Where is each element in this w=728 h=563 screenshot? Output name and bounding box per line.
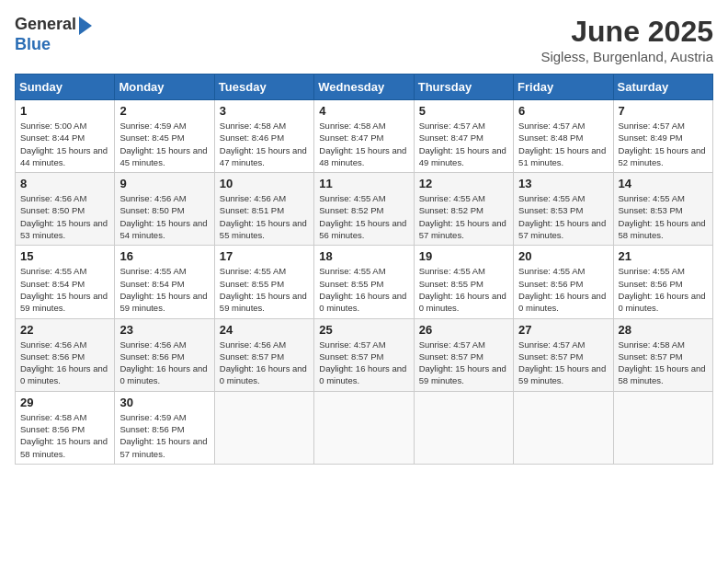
day-sun-info: Sunrise: 4:59 AMSunset: 8:45 PMDaylight:… <box>119 120 209 168</box>
day-sun-info: Sunrise: 4:59 AMSunset: 8:56 PMDaylight:… <box>119 411 209 460</box>
calendar-day-cell: 1Sunrise: 5:00 AMSunset: 8:44 PMDaylight… <box>16 100 115 173</box>
day-sun-info: Sunrise: 4:56 AMSunset: 8:56 PMDaylight:… <box>20 339 109 387</box>
day-sun-info: Sunrise: 4:57 AMSunset: 8:48 PMDaylight:… <box>518 120 608 168</box>
day-sun-info: Sunrise: 4:58 AMSunset: 8:47 PMDaylight:… <box>319 120 408 168</box>
page-header: General Blue June 2025 Sigless, Burgenla… <box>15 15 713 64</box>
calendar-day-cell: 28Sunrise: 4:58 AMSunset: 8:57 PMDayligh… <box>613 318 712 391</box>
calendar-day-cell: 14Sunrise: 4:55 AMSunset: 8:53 PMDayligh… <box>613 173 712 246</box>
day-number: 19 <box>419 249 508 263</box>
calendar-day-cell <box>613 391 712 464</box>
calendar-day-cell: 17Sunrise: 4:55 AMSunset: 8:55 PMDayligh… <box>214 246 313 318</box>
calendar-day-cell: 24Sunrise: 4:56 AMSunset: 8:57 PMDayligh… <box>214 318 313 391</box>
day-number: 22 <box>20 323 109 337</box>
calendar-week-row: 1Sunrise: 5:00 AMSunset: 8:44 PMDaylight… <box>16 100 713 173</box>
location-subtitle: Sigless, Burgenland, Austria <box>540 49 713 64</box>
calendar-week-row: 15Sunrise: 4:55 AMSunset: 8:54 PMDayligh… <box>16 246 713 318</box>
month-title: June 2025 <box>540 15 713 49</box>
day-number: 27 <box>518 323 608 337</box>
day-number: 6 <box>518 104 608 118</box>
calendar-day-cell: 23Sunrise: 4:56 AMSunset: 8:56 PMDayligh… <box>115 318 214 391</box>
day-sun-info: Sunrise: 4:55 AMSunset: 8:54 PMDaylight:… <box>119 265 209 314</box>
day-number: 8 <box>20 177 109 190</box>
calendar-day-cell: 16Sunrise: 4:55 AMSunset: 8:54 PMDayligh… <box>115 246 214 318</box>
day-sun-info: Sunrise: 4:58 AMSunset: 8:57 PMDaylight:… <box>619 339 708 387</box>
day-sun-info: Sunrise: 4:57 AMSunset: 8:57 PMDaylight:… <box>419 339 508 387</box>
day-sun-info: Sunrise: 4:56 AMSunset: 8:50 PMDaylight:… <box>119 192 209 241</box>
day-number: 2 <box>119 104 209 118</box>
weekday-header-saturday: Saturday <box>613 75 712 100</box>
weekday-header-monday: Monday <box>115 75 214 100</box>
day-number: 29 <box>20 396 109 409</box>
day-number: 25 <box>319 323 408 337</box>
day-number: 20 <box>518 249 608 263</box>
day-number: 24 <box>220 323 309 337</box>
calendar-day-cell: 7Sunrise: 4:57 AMSunset: 8:49 PMDaylight… <box>613 100 712 173</box>
day-sun-info: Sunrise: 4:55 AMSunset: 8:52 PMDaylight:… <box>319 192 408 241</box>
day-number: 1 <box>20 104 109 118</box>
day-number: 13 <box>518 177 608 190</box>
calendar-day-cell: 29Sunrise: 4:58 AMSunset: 8:56 PMDayligh… <box>16 391 115 464</box>
day-number: 28 <box>619 323 708 337</box>
day-number: 15 <box>20 249 109 263</box>
logo-icon <box>79 17 92 35</box>
calendar-day-cell: 12Sunrise: 4:55 AMSunset: 8:52 PMDayligh… <box>414 173 513 246</box>
day-sun-info: Sunrise: 4:57 AMSunset: 8:47 PMDaylight:… <box>419 120 508 168</box>
day-sun-info: Sunrise: 4:55 AMSunset: 8:56 PMDaylight:… <box>518 265 608 314</box>
calendar-day-cell: 11Sunrise: 4:55 AMSunset: 8:52 PMDayligh… <box>314 173 414 246</box>
weekday-header-thursday: Thursday <box>414 75 513 100</box>
calendar-day-cell <box>314 391 414 464</box>
calendar-day-cell: 8Sunrise: 4:56 AMSunset: 8:50 PMDaylight… <box>16 173 115 246</box>
day-sun-info: Sunrise: 4:58 AMSunset: 8:56 PMDaylight:… <box>20 411 109 460</box>
day-sun-info: Sunrise: 4:56 AMSunset: 8:57 PMDaylight:… <box>220 339 309 387</box>
logo: General Blue <box>15 15 92 54</box>
day-sun-info: Sunrise: 4:55 AMSunset: 8:53 PMDaylight:… <box>619 192 708 241</box>
logo-blue-text: Blue <box>15 35 51 53</box>
day-number: 9 <box>119 177 209 190</box>
calendar-week-row: 8Sunrise: 4:56 AMSunset: 8:50 PMDaylight… <box>16 173 713 246</box>
calendar-day-cell <box>514 391 613 464</box>
calendar-day-cell: 20Sunrise: 4:55 AMSunset: 8:56 PMDayligh… <box>514 246 613 318</box>
day-number: 21 <box>619 249 708 263</box>
day-sun-info: Sunrise: 4:55 AMSunset: 8:53 PMDaylight:… <box>518 192 608 241</box>
calendar-day-cell: 5Sunrise: 4:57 AMSunset: 8:47 PMDaylight… <box>414 100 513 173</box>
calendar-day-cell: 25Sunrise: 4:57 AMSunset: 8:57 PMDayligh… <box>314 318 414 391</box>
day-number: 5 <box>419 104 508 118</box>
day-sun-info: Sunrise: 4:56 AMSunset: 8:50 PMDaylight:… <box>20 192 109 241</box>
title-block: June 2025 Sigless, Burgenland, Austria <box>540 15 713 64</box>
calendar-day-cell: 6Sunrise: 4:57 AMSunset: 8:48 PMDaylight… <box>514 100 613 173</box>
calendar-day-cell: 18Sunrise: 4:55 AMSunset: 8:55 PMDayligh… <box>314 246 414 318</box>
day-sun-info: Sunrise: 4:57 AMSunset: 8:49 PMDaylight:… <box>619 120 708 168</box>
weekday-header-sunday: Sunday <box>16 75 115 100</box>
day-sun-info: Sunrise: 4:55 AMSunset: 8:55 PMDaylight:… <box>220 265 309 314</box>
calendar-day-cell <box>214 391 313 464</box>
calendar-day-cell: 9Sunrise: 4:56 AMSunset: 8:50 PMDaylight… <box>115 173 214 246</box>
day-number: 26 <box>419 323 508 337</box>
day-number: 14 <box>619 177 708 190</box>
day-sun-info: Sunrise: 4:55 AMSunset: 8:56 PMDaylight:… <box>619 265 708 314</box>
calendar-day-cell: 27Sunrise: 4:57 AMSunset: 8:57 PMDayligh… <box>514 318 613 391</box>
calendar-day-cell: 13Sunrise: 4:55 AMSunset: 8:53 PMDayligh… <box>514 173 613 246</box>
day-sun-info: Sunrise: 4:56 AMSunset: 8:56 PMDaylight:… <box>119 339 209 387</box>
calendar-day-cell: 10Sunrise: 4:56 AMSunset: 8:51 PMDayligh… <box>214 173 313 246</box>
calendar-table: SundayMondayTuesdayWednesdayThursdayFrid… <box>15 74 713 465</box>
calendar-day-cell: 21Sunrise: 4:55 AMSunset: 8:56 PMDayligh… <box>613 246 712 318</box>
day-number: 16 <box>119 249 209 263</box>
day-number: 3 <box>220 104 309 118</box>
calendar-day-cell: 26Sunrise: 4:57 AMSunset: 8:57 PMDayligh… <box>414 318 513 391</box>
weekday-header-friday: Friday <box>514 75 613 100</box>
day-number: 12 <box>419 177 508 190</box>
weekday-header-wednesday: Wednesday <box>314 75 414 100</box>
calendar-day-cell: 3Sunrise: 4:58 AMSunset: 8:46 PMDaylight… <box>214 100 313 173</box>
calendar-header-row: SundayMondayTuesdayWednesdayThursdayFrid… <box>16 75 713 100</box>
day-number: 10 <box>220 177 309 190</box>
day-sun-info: Sunrise: 4:55 AMSunset: 8:55 PMDaylight:… <box>319 265 408 314</box>
calendar-week-row: 29Sunrise: 4:58 AMSunset: 8:56 PMDayligh… <box>16 391 713 464</box>
day-sun-info: Sunrise: 5:00 AMSunset: 8:44 PMDaylight:… <box>20 120 109 168</box>
calendar-day-cell: 4Sunrise: 4:58 AMSunset: 8:47 PMDaylight… <box>314 100 414 173</box>
day-sun-info: Sunrise: 4:55 AMSunset: 8:54 PMDaylight:… <box>20 265 109 314</box>
day-sun-info: Sunrise: 4:55 AMSunset: 8:55 PMDaylight:… <box>419 265 508 314</box>
day-number: 4 <box>319 104 408 118</box>
calendar-day-cell: 30Sunrise: 4:59 AMSunset: 8:56 PMDayligh… <box>115 391 214 464</box>
calendar-day-cell: 15Sunrise: 4:55 AMSunset: 8:54 PMDayligh… <box>16 246 115 318</box>
logo-general-text: General <box>15 15 76 33</box>
